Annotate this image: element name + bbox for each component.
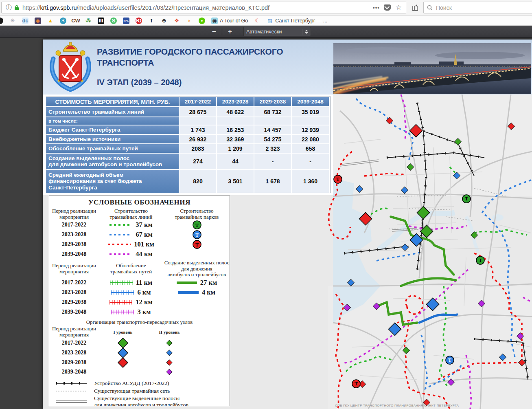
pocket-icon[interactable]	[384, 4, 391, 11]
svg-text:Т: Т	[465, 196, 468, 202]
document-header: РАЗВИТИЕ ГОРОДСКОГО ПАССАЖИРСКОГО ТРАНСП…	[43, 40, 532, 95]
globe-favicon: ⊕	[161, 18, 167, 24]
hub-level2-green	[166, 340, 173, 346]
zoom-out-button[interactable]: −	[209, 27, 219, 37]
table-header-year: 2017-2022	[180, 97, 216, 106]
legend-level1-header: I уровень	[99, 330, 147, 334]
bookmark-asterisk-favicon[interactable]: ✳	[9, 18, 16, 24]
bookmark-drive-favicon[interactable]: ▲	[47, 18, 54, 24]
tram-depot-icon-red: Т	[192, 240, 202, 249]
separation-swatch-red	[109, 300, 132, 305]
legend-level2-header: II уровень	[147, 330, 192, 334]
url-text: https://krti.gov.spb.ru/media/uploads/us…	[22, 4, 369, 11]
crescent-favicon: ☾	[254, 18, 261, 24]
zoom-select[interactable]: Автоматически	[243, 27, 311, 36]
svg-text:Т: Т	[448, 357, 451, 363]
table-row-label: Бюджет Санкт-Петербурга	[46, 125, 179, 134]
table-cell: 2 323	[254, 144, 291, 153]
museum-favicon: Ⅲ	[98, 18, 104, 24]
separation-swatch-green	[110, 280, 133, 285]
bookmark-mal-favicon[interactable]: MAL	[123, 18, 129, 24]
bookmark-owl-favicon[interactable]: •	[199, 18, 205, 24]
owl-favicon: •	[199, 18, 205, 24]
pdf-viewport[interactable]: РАЗВИТИЕ ГОРОДСКОГО ПАССАЖИРСКОГО ТРАНСП…	[0, 38, 532, 409]
legend-km: 101 км	[134, 240, 154, 248]
table-cell: 54 275	[254, 135, 291, 143]
bookmark-cw-favicon[interactable]: CW	[72, 18, 79, 24]
table-cell: 820	[180, 170, 216, 193]
legend-km: 3 км	[137, 308, 151, 316]
table-header-year: 2039-2048	[292, 97, 329, 106]
search-placeholder: Поиск	[436, 4, 452, 11]
legend-period: 2023-2028	[49, 231, 99, 238]
bookmark-dlc-favicon[interactable]: dc	[22, 18, 28, 24]
bookmark-box-favicon[interactable]: ◆	[35, 18, 41, 24]
legend-misc-label: Существующая трамвайная сеть	[94, 388, 230, 394]
bookmark-f-italic-favicon[interactable]: f	[148, 18, 155, 24]
bookmark-museum-favicon[interactable]: Ⅲ	[98, 18, 104, 24]
hub-level1-green	[118, 338, 128, 348]
table-header-year: 2029-2038	[254, 97, 291, 106]
spb-coat-of-arms	[46, 42, 95, 92]
asudd-swatch	[55, 381, 88, 385]
table-cell	[180, 117, 216, 125]
bookmark-s-circle-favicon[interactable]: S	[110, 18, 117, 24]
svg-text:Т: Т	[195, 242, 198, 248]
table-row-label: Создание выделенных полос для движения а…	[46, 154, 179, 169]
page-actions-icon[interactable]: •••	[373, 4, 380, 11]
document-stage: IV ЭТАП (2039 – 2048)	[97, 78, 182, 87]
page-info-icon[interactable]: ⓘ	[6, 4, 12, 11]
legend-period: 2017-2022	[49, 279, 99, 286]
library-icon[interactable]	[410, 3, 420, 13]
table-cell: 26 932	[180, 135, 216, 143]
search-box[interactable]: Поиск	[423, 2, 532, 13]
f-italic-favicon: f	[148, 18, 155, 24]
hub-level1-blue	[118, 347, 128, 358]
legend-period: 2017-2022	[49, 340, 99, 346]
hub-level2-red	[166, 359, 173, 366]
legend-depots-header: Строительство трамвайных парков	[163, 208, 230, 220]
zoom-in-button[interactable]: +	[225, 27, 235, 37]
bookmark-globe-favicon[interactable]: ⊕	[161, 18, 167, 24]
cw-favicon: CW	[72, 18, 79, 24]
table-cell: 274	[180, 154, 216, 169]
legend-hubs-header: Организация транспортно-пересадочных узл…	[49, 319, 230, 325]
yu-favicon: Ю	[136, 18, 142, 24]
s-circle-favicon: S	[110, 18, 117, 24]
table-row-label: в том числе:	[46, 117, 179, 125]
legend-period: 2023-2028	[49, 289, 99, 296]
bookmark-yu-favicon[interactable]: Ю	[136, 18, 142, 24]
gopher-favicon: ◉	[211, 18, 218, 24]
bookmark-grass-favicon[interactable]: ⁂	[85, 18, 92, 24]
bookmark-wheel-favicon[interactable]: ✶	[60, 18, 66, 24]
asterisk-favicon: ✳	[9, 18, 16, 24]
existing-tram-swatch	[55, 389, 88, 393]
table-cell: 35 019	[292, 107, 329, 117]
bookmark-gopher-favicon[interactable]: ◉A Tour of Go	[211, 18, 248, 24]
svg-text:Т: Т	[195, 222, 198, 228]
table-cell: 44	[217, 154, 254, 169]
legend-tramlines-header: Строительство трамвайных линий	[99, 208, 163, 220]
navigation-toolbar: ⓘ https://krti.gov.spb.ru/media/uploads/…	[0, 0, 532, 16]
bookmark-label: A Tour of Go	[220, 18, 248, 24]
bookmark-pinwheel-favicon[interactable]: ❖	[173, 18, 180, 24]
cost-table: СТОИМОСТЬ МЕРОПРИЯТИЯ, МЛН. РУБ. 2017-20…	[46, 97, 331, 193]
bookmark-crescent-favicon[interactable]: ☾	[254, 18, 261, 24]
legend-period: 2029-2038	[49, 241, 99, 248]
legend-misc-label: Существующие выделенные полосы для движе…	[94, 395, 230, 406]
legend-period: 2039-2048	[49, 309, 99, 315]
bookmark-partial-favicon[interactable]	[0, 18, 3, 24]
bookmark-hatch-favicon[interactable]: ▨Санкт-Петербург — ...	[267, 18, 327, 24]
legend-km: 12 км	[136, 298, 152, 306]
legend-km: 11 км	[136, 279, 152, 287]
legend-period: 2023-2028	[49, 350, 99, 356]
map-legend: УСЛОВНЫЕ ОБОЗНАЧЕНИЯ Период реализации м…	[49, 196, 230, 406]
bookmark-goldfish-favicon[interactable]: ◗	[186, 18, 193, 24]
bookmarks-toolbar: ✳dc◆▲✶CW⁂ⅢSMALЮf⊕❖◗•◉A Tour of Go☾▨Санкт…	[0, 16, 532, 26]
url-bar[interactable]: ⓘ https://krti.gov.spb.ru/media/uploads/…	[1, 2, 406, 13]
legend-period: 2029-2038	[49, 299, 99, 306]
bookmark-star-icon[interactable]: ☆	[396, 3, 402, 12]
table-row-label: Внебюджетные источники	[46, 135, 179, 143]
bridge-photo	[333, 43, 531, 94]
tram-line-swatch-red	[108, 243, 131, 246]
